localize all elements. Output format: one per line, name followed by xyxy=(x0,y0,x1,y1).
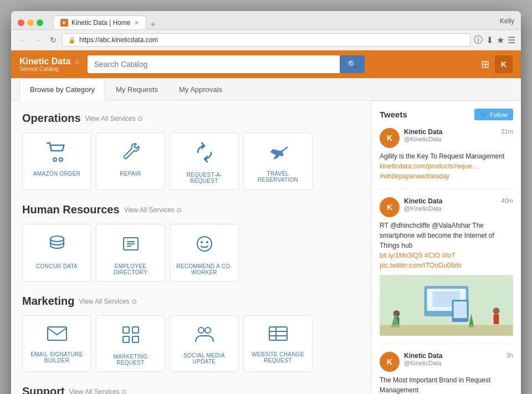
forward-button[interactable]: → xyxy=(32,34,44,45)
tweet-name: Kinetic Data xyxy=(404,197,497,205)
service-label-request-a-request: Request-A-Request xyxy=(175,172,234,184)
search-input[interactable] xyxy=(88,55,340,73)
tweet-name: Kinetic Data xyxy=(404,128,497,136)
minimize-button[interactable] xyxy=(27,19,34,26)
category-header-marketing: Marketing View All Services ⊙ xyxy=(22,295,360,308)
service-label-website-change: Website Change Request xyxy=(248,351,308,364)
service-grid-operations: Amazon Order Repair xyxy=(22,132,360,190)
cart-icon xyxy=(46,142,68,165)
browser-window: K Kinetic Data | Home ✕ + Kelly ← → ↻ 🔒 … xyxy=(11,11,521,394)
service-label-recommend-coworker: Recommend a Co-Worker xyxy=(175,263,234,275)
close-button[interactable] xyxy=(18,19,24,26)
svg-point-2 xyxy=(50,236,64,242)
tweet-item: K Kinetic Data @KineticData 3h The Most … xyxy=(380,352,513,394)
service-card-marketing-request[interactable]: Marketing Request xyxy=(96,315,165,372)
service-label-travel-reservation: Travel Reservation xyxy=(248,171,308,183)
service-card-recommend-coworker[interactable]: Recommend a Co-Worker xyxy=(170,224,239,282)
svg-rect-11 xyxy=(123,327,129,333)
tab-browse-category[interactable]: Browse by Category xyxy=(19,78,105,101)
brand[interactable]: Kinetic Data ⌂ Service Catalog xyxy=(19,57,79,73)
smiley-icon xyxy=(194,233,215,258)
tweet-avatar: K xyxy=(380,352,400,372)
service-card-social-media[interactable]: Social Media Update xyxy=(170,315,239,372)
app-header: Kinetic Data ⌂ Service Catalog 🔍 ⊞ K xyxy=(11,50,521,78)
tweet-item: K Kinetic Data @KineticData 21m Agility … xyxy=(380,128,513,190)
info-icon[interactable]: ⓘ xyxy=(474,34,483,46)
svg-point-15 xyxy=(198,328,204,333)
grid-icon[interactable]: ⊞ xyxy=(481,58,489,70)
category-section-support: Support View All Services ⊙ Access Reque… xyxy=(22,385,360,394)
home-icon: ⌂ xyxy=(75,58,79,65)
envelope-icon xyxy=(46,325,68,346)
traffic-lights xyxy=(18,19,43,26)
service-grid-hr: Concur Data Employee Directory xyxy=(22,224,360,282)
tweets-sidebar: Tweets 🐦 Follow K Kinetic Data @KineticD… xyxy=(371,101,521,394)
header-right: ⊞ K xyxy=(481,55,513,73)
view-all-marketing[interactable]: View All Services ⊙ xyxy=(79,298,136,305)
category-header-support: Support View All Services ⊙ xyxy=(22,385,360,394)
tweets-header: Tweets 🐦 Follow xyxy=(380,109,513,120)
tweet-link[interactable]: bit.ly/1Mn3lQS #CIO #IoT pic.twitter.com… xyxy=(380,252,462,269)
search-button[interactable]: 🔍 xyxy=(340,55,365,73)
service-card-request-a-request[interactable]: Request-A-Request xyxy=(170,132,239,190)
service-label-marketing-request: Marketing Request xyxy=(101,354,160,366)
grid-squares-icon xyxy=(121,325,141,348)
twitter-bird-icon: 🐦 xyxy=(480,111,488,118)
tab-close-icon[interactable]: ✕ xyxy=(134,19,139,27)
tweet-header: K Kinetic Data @KineticData 40m xyxy=(380,197,513,217)
maximize-button[interactable] xyxy=(37,19,43,26)
follow-label: Follow xyxy=(490,111,508,118)
tweet-item: K Kinetic Data @KineticData 40m RT @dhin… xyxy=(380,197,513,344)
tweet-meta: Kinetic Data @KineticData xyxy=(404,352,502,366)
browser-user: Kelly xyxy=(500,17,514,28)
service-card-travel-reservation[interactable]: Travel Reservation xyxy=(243,132,313,190)
service-card-amazon-order[interactable]: Amazon Order xyxy=(22,132,91,190)
category-section-marketing: Marketing View All Services ⊙ Email Sign… xyxy=(22,295,360,372)
view-all-hr[interactable]: View All Services ⊙ xyxy=(124,206,182,214)
tab-title: Kinetic Data | Home xyxy=(71,19,131,27)
table-icon xyxy=(268,325,289,346)
download-icon[interactable]: ⬇ xyxy=(486,35,493,45)
tweet-header: K Kinetic Data @KineticData 21m xyxy=(380,128,513,148)
service-card-employee-directory[interactable]: Employee Directory xyxy=(96,224,165,282)
user-avatar[interactable]: K xyxy=(495,55,513,73)
category-section-operations: Operations View All Services ⊙ Amazon Or… xyxy=(22,112,360,190)
people-icon xyxy=(193,325,216,347)
service-card-repair[interactable]: Repair xyxy=(96,132,165,190)
main-content: Operations View All Services ⊙ Amazon Or… xyxy=(11,101,521,394)
menu-icon[interactable]: ☰ xyxy=(508,35,515,45)
svg-point-8 xyxy=(201,241,203,243)
tweet-link[interactable]: kineticdata.com/products/reque… #whitepa… xyxy=(380,162,479,180)
tweet-meta: Kinetic Data @KineticData xyxy=(404,197,497,212)
svg-point-33 xyxy=(493,308,500,314)
tweet-name: Kinetic Data xyxy=(404,352,502,360)
tweet-handle: @KineticData xyxy=(404,205,497,212)
svg-rect-13 xyxy=(123,336,129,342)
service-card-concur-data[interactable]: Concur Data xyxy=(22,224,91,282)
browser-tab[interactable]: K Kinetic Data | Home ✕ xyxy=(53,16,146,29)
category-title-marketing: Marketing xyxy=(22,295,74,308)
tab-my-approvals[interactable]: My Approvals xyxy=(168,78,233,101)
service-card-email-sig[interactable]: Email Signature Builder xyxy=(22,315,91,372)
tweet-text: The Most Important Brand in Request Mana… xyxy=(380,375,513,394)
follow-button[interactable]: 🐦 Follow xyxy=(474,109,513,120)
new-tab-button[interactable]: + xyxy=(146,19,160,29)
brand-name: Kinetic Data xyxy=(19,57,70,66)
service-label-email-sig: Email Signature Builder xyxy=(27,351,86,364)
service-label-repair: Repair xyxy=(120,171,141,177)
tweet-handle: @KineticData xyxy=(404,360,502,366)
category-header-hr: Human Resources View All Services ⊙ xyxy=(22,203,360,216)
refresh-icon xyxy=(194,142,215,166)
view-all-support[interactable]: View All Services ⊙ xyxy=(69,388,127,395)
view-all-operations[interactable]: View All Services ⊙ xyxy=(85,115,143,122)
service-card-website-change[interactable]: Website Change Request xyxy=(243,315,313,372)
reload-button[interactable]: ↻ xyxy=(48,34,59,45)
bookmark-icon[interactable]: ★ xyxy=(497,35,504,45)
back-button[interactable]: ← xyxy=(17,34,29,45)
browser-toolbar: ← → ↻ 🔒 https://abc.kineticdata.com ⓘ ⬇ … xyxy=(11,30,521,50)
address-bar[interactable]: 🔒 https://abc.kineticdata.com xyxy=(62,33,470,47)
tweet-time: 21m xyxy=(502,128,513,135)
tab-my-requests[interactable]: My Requests xyxy=(105,78,168,101)
category-title-hr: Human Resources xyxy=(22,203,120,216)
tweet-time: 3h xyxy=(507,352,513,359)
